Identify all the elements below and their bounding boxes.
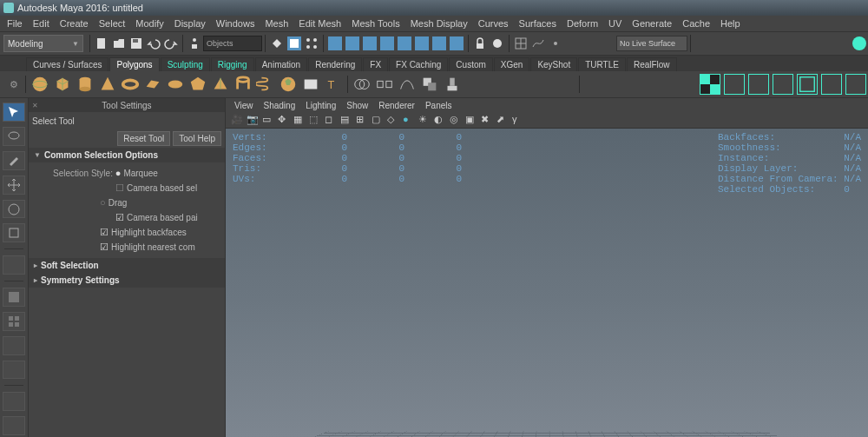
sculpt-icon[interactable] bbox=[584, 75, 603, 94]
vp-film-gate-icon[interactable]: ⬚ bbox=[309, 114, 321, 126]
vp-shading[interactable]: Shading bbox=[259, 101, 301, 110]
vp-bookmark-icon[interactable]: 📷 bbox=[247, 114, 259, 126]
menu-surfaces[interactable]: Surfaces bbox=[514, 18, 562, 29]
menu-display[interactable]: Display bbox=[169, 18, 211, 29]
mask-handle-icon[interactable] bbox=[328, 36, 342, 50]
menu-generate[interactable]: Generate bbox=[627, 18, 677, 29]
section-soft[interactable]: Soft Selection bbox=[29, 258, 225, 273]
section-common[interactable]: Common Selection Options bbox=[29, 148, 225, 162]
vp-isolate-icon[interactable]: ◎ bbox=[450, 114, 462, 126]
workspace-dropdown[interactable]: Modeling bbox=[3, 35, 83, 52]
menu-select[interactable]: Select bbox=[94, 18, 131, 29]
vp-xray-icon[interactable]: ▣ bbox=[465, 114, 477, 126]
vp-renderer[interactable]: Renderer bbox=[373, 101, 420, 110]
tab-realflow[interactable]: RealFlow bbox=[627, 57, 677, 71]
mirror-icon[interactable] bbox=[556, 75, 575, 94]
extrude-icon[interactable] bbox=[443, 75, 462, 94]
tool-help-button[interactable]: Tool Help bbox=[173, 131, 221, 146]
lock-icon[interactable] bbox=[473, 36, 487, 50]
new-scene-icon[interactable] bbox=[95, 36, 108, 50]
tab-fx-caching[interactable]: FX Caching bbox=[389, 57, 448, 71]
snap-point-icon[interactable] bbox=[549, 36, 562, 50]
vp-image-plane-icon[interactable]: ▭ bbox=[262, 114, 274, 126]
live-surface-field[interactable]: No Live Surface bbox=[616, 36, 687, 51]
mask-misc-icon[interactable] bbox=[450, 36, 464, 50]
radio-marquee[interactable]: Marquee bbox=[115, 169, 158, 178]
poly-cone-icon[interactable] bbox=[98, 75, 117, 94]
selection-mask-dropdown[interactable]: Objects bbox=[203, 36, 262, 51]
poly-disc-icon[interactable] bbox=[166, 75, 185, 94]
shelf-menu-icon[interactable]: ⚙ bbox=[7, 77, 21, 91]
tab-polygons[interactable]: Polygons bbox=[109, 57, 159, 71]
reset-tool-button[interactable]: Reset Tool bbox=[117, 131, 170, 146]
section-symmetry[interactable]: Symmetry Settings bbox=[29, 273, 225, 288]
open-scene-icon[interactable] bbox=[112, 36, 126, 50]
mask-surface-icon[interactable] bbox=[380, 36, 394, 50]
mask-render-icon[interactable] bbox=[432, 36, 446, 50]
mask-dynamic-icon[interactable] bbox=[415, 36, 429, 50]
vp-res-gate-icon[interactable]: ◻ bbox=[325, 114, 337, 126]
vp-safe-action-icon[interactable]: ▢ bbox=[372, 114, 384, 126]
tab-turtle[interactable]: TURTLE bbox=[578, 57, 626, 71]
redo-icon[interactable] bbox=[164, 36, 178, 50]
combine-icon[interactable] bbox=[352, 75, 372, 94]
vp-view[interactable]: View bbox=[229, 101, 259, 110]
panel-toggle3-icon[interactable] bbox=[835, 36, 849, 50]
panel-toggle2-icon[interactable] bbox=[818, 36, 832, 50]
select-by-hierarchy-icon[interactable] bbox=[187, 36, 201, 50]
vp-panels[interactable]: Panels bbox=[420, 101, 457, 110]
vp-wireframe-icon[interactable]: ◇ bbox=[387, 114, 399, 126]
poly-type-icon[interactable]: T bbox=[324, 75, 343, 94]
menu-file[interactable]: File bbox=[2, 18, 28, 29]
mask-curve-icon[interactable] bbox=[363, 36, 377, 50]
vp-xray-joints-icon[interactable]: ✖ bbox=[481, 114, 493, 126]
undo-icon[interactable] bbox=[147, 36, 161, 50]
bridge-icon[interactable] bbox=[465, 75, 484, 94]
menu-edit-mesh[interactable]: Edit Mesh bbox=[293, 18, 346, 29]
checker-4-icon[interactable] bbox=[773, 74, 793, 95]
layout-2h-icon[interactable] bbox=[3, 336, 25, 355]
vp-expose-icon[interactable]: ⬈ bbox=[496, 114, 509, 126]
vp-smooth-shade-icon[interactable]: ● bbox=[403, 114, 415, 126]
tab-sculpting[interactable]: Sculpting bbox=[161, 57, 210, 71]
vp-camera-icon[interactable]: 🎥 bbox=[231, 114, 243, 126]
menu-windows[interactable]: Windows bbox=[211, 18, 260, 29]
menu-edit[interactable]: Edit bbox=[28, 18, 55, 29]
lasso-tool-icon[interactable] bbox=[3, 127, 25, 146]
account-signin-icon[interactable] bbox=[852, 36, 866, 50]
menu-mesh[interactable]: Mesh bbox=[260, 18, 293, 29]
scale-tool-icon[interactable] bbox=[3, 223, 25, 242]
snap-toggle-icon[interactable] bbox=[601, 36, 615, 50]
render-icon[interactable] bbox=[713, 36, 727, 50]
vp-gate-mask-icon[interactable]: ▤ bbox=[340, 114, 352, 126]
poly-cube-icon[interactable] bbox=[53, 75, 72, 94]
sel-object-icon[interactable] bbox=[287, 36, 301, 50]
quad-outline-2-icon[interactable] bbox=[821, 74, 842, 95]
layout-single-icon[interactable] bbox=[3, 288, 25, 307]
poly-pyramid-icon[interactable] bbox=[211, 75, 230, 94]
target-weld-icon[interactable] bbox=[533, 75, 552, 94]
menu-cache[interactable]: Cache bbox=[677, 18, 715, 29]
smooth-icon[interactable] bbox=[398, 75, 417, 94]
snap-curve-icon[interactable] bbox=[531, 36, 545, 50]
tab-keyshot[interactable]: KeyShot bbox=[530, 57, 577, 71]
menu-uv[interactable]: UV bbox=[603, 18, 627, 29]
poly-sphere-icon[interactable] bbox=[30, 75, 49, 94]
vp-grid-icon[interactable]: ▦ bbox=[293, 114, 306, 126]
checker-1-icon[interactable] bbox=[700, 74, 720, 95]
snap-grid-icon[interactable] bbox=[514, 36, 528, 50]
tab-custom[interactable]: Custom bbox=[449, 57, 492, 71]
tab-xgen[interactable]: XGen bbox=[494, 57, 530, 71]
highlight-icon[interactable] bbox=[490, 36, 504, 50]
last-tool-icon[interactable] bbox=[3, 255, 25, 275]
poly-plane-icon[interactable] bbox=[143, 75, 162, 94]
outliner-icon[interactable] bbox=[3, 392, 25, 411]
menu-curves[interactable]: Curves bbox=[473, 18, 514, 29]
panel-toggle1-icon[interactable] bbox=[800, 36, 814, 50]
chk-camera-sel[interactable]: Camera based sel bbox=[115, 183, 197, 193]
move-tool-icon[interactable] bbox=[3, 175, 25, 195]
layout-four-icon[interactable] bbox=[3, 312, 25, 331]
chk-camera-pai[interactable]: Camera based pai bbox=[115, 213, 198, 222]
poly-platonic-icon[interactable] bbox=[188, 75, 207, 94]
poly-cylinder-icon[interactable] bbox=[76, 75, 95, 94]
